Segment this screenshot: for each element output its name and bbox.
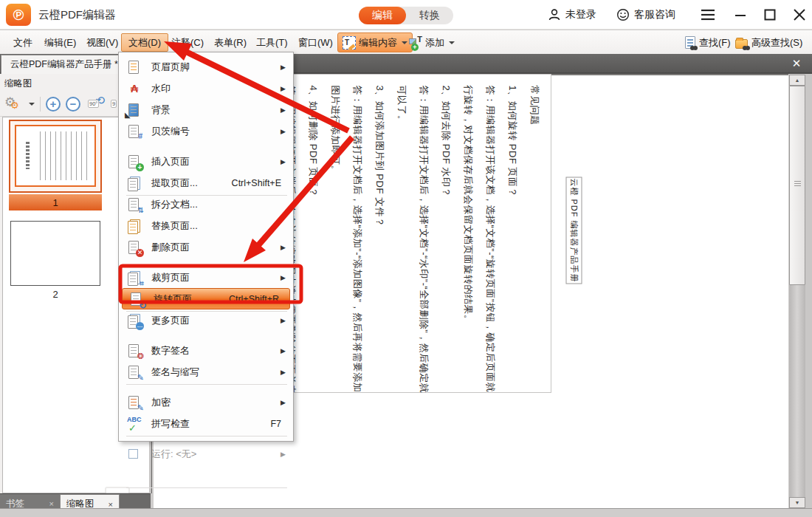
extract-pages-icon — [128, 177, 141, 190]
menu-item-bates[interactable]: #贝茨编号▶ — [120, 120, 292, 142]
menu-item-label: 页眉页脚 — [151, 61, 190, 74]
menubar-item[interactable]: 编辑(E) — [37, 33, 83, 52]
maximize-button[interactable] — [757, 4, 782, 25]
menu-item-shortcut: Ctrl+Shift+E — [232, 178, 281, 188]
support-button[interactable]: 客服咨询 — [616, 0, 675, 30]
sign-initials-icon: ✎ — [128, 366, 141, 379]
digital-sign-icon: ❂ — [128, 344, 141, 357]
edit-content-button[interactable]: T 编辑内容 — [337, 32, 413, 52]
menu-item-header-footer[interactable]: 页眉页脚▶ — [120, 56, 292, 78]
document-tab[interactable]: 云橙PDF编辑器产品手册 * — [1, 55, 128, 74]
add-button[interactable]: T+ 添加 — [405, 32, 458, 52]
document-close-icon[interactable]: ✕ — [785, 54, 808, 73]
menu-item-background[interactable]: ◣背景▶ — [120, 99, 292, 120]
advanced-find-button[interactable]: 高级查找(S) — [735, 32, 802, 52]
menu-item-watermark[interactable]: ₳水印▶ — [120, 78, 292, 99]
submenu-arrow-icon: ▶ — [281, 399, 286, 406]
menu-item-crop-pages[interactable]: ⌗裁剪页面▶ — [120, 267, 292, 288]
insert-pages-icon: + — [128, 155, 141, 168]
menubar-item[interactable]: 窗口(W) — [291, 33, 340, 52]
scroll-down-icon[interactable]: ▼ — [789, 497, 805, 508]
menubar-item[interactable]: 表单(R) — [207, 33, 254, 52]
menu-item-shortcut: Ctrl+Shift+R — [229, 294, 279, 304]
panel-title: 缩略图 — [4, 78, 32, 90]
submenu-arrow-icon: ▶ — [281, 158, 286, 165]
page-title-box: 云橙 PDF 编辑器产品手册 — [565, 177, 582, 284]
mode-toggle: 编辑 转换 — [359, 7, 453, 24]
chevron-down-icon[interactable] — [29, 103, 35, 106]
main-menu-icon[interactable] — [695, 4, 720, 25]
menu-item-extract-pages[interactable]: 提取页面...Ctrl+Shift+E — [120, 172, 292, 194]
window-right-frame — [805, 74, 812, 508]
menubar-item[interactable]: 文件 — [6, 33, 40, 52]
menubar-item[interactable]: 视图(V) — [79, 33, 125, 52]
thumbnail-page-1[interactable] — [9, 120, 102, 193]
background-icon: ◣ — [128, 103, 141, 117]
menu-item-split-doc[interactable]: ⇅拆分文档... — [120, 194, 292, 215]
crop-pages-icon: ⌗ — [128, 271, 141, 284]
menu-item-encrypt[interactable]: ✎加密▶ — [120, 391, 292, 413]
close-icon[interactable]: × — [109, 500, 113, 509]
settings-gears-icon[interactable]: ⚙⚙ — [4, 96, 22, 112]
rotate-left-90-icon[interactable]: ⟲90° — [86, 96, 103, 112]
login-button[interactable]: 未登录 — [548, 0, 596, 30]
menu-item-run-box[interactable]: 运行: <无>▶ — [120, 443, 292, 465]
document-text-line: 3、如何添加图片到 PDF 文件？ — [368, 85, 390, 383]
menu-item-more-pages[interactable]: …更多页面▶ — [120, 309, 292, 331]
thumbnail-page-2[interactable] — [10, 221, 100, 286]
submenu-arrow-icon: ▶ — [281, 128, 286, 135]
menu-item-label: 拼写检查 — [151, 417, 190, 431]
scrollbar-grip — [794, 181, 801, 186]
scrollbar-thumb[interactable] — [789, 86, 805, 285]
minimize-button[interactable] — [728, 4, 753, 25]
document-menu-dropdown: 页眉页脚▶₳水印▶◣背景▶#贝茨编号▶+插入页面▶提取页面...Ctrl+Shi… — [118, 52, 294, 442]
close-icon[interactable]: × — [49, 499, 54, 508]
submenu-arrow-icon: ▶ — [281, 85, 286, 92]
rotate-pages-icon: ↻ — [130, 292, 143, 306]
submenu-arrow-icon: ▶ — [281, 369, 286, 376]
menu-bar: 文件编辑(E)视图(V)文档(D)注释(C)表单(R)工具(T)窗口(W) T … — [0, 30, 812, 54]
chevron-down-icon — [449, 41, 455, 44]
menu-item-insert-pages[interactable]: +插入页面▶ — [120, 151, 292, 172]
vertical-scrollbar[interactable]: ▲ ▼ — [789, 75, 805, 508]
menu-item-digital-sign[interactable]: ❂数字签名▶ — [120, 340, 292, 361]
document-text-line: 常见问题 — [523, 85, 545, 383]
find-button[interactable]: 查找(F) — [685, 32, 731, 52]
menu-item-replace-pages[interactable]: 替换页面... — [120, 215, 292, 236]
scroll-up-icon[interactable]: ▲ — [789, 75, 805, 86]
menu-item-label: 运行: <无> — [151, 448, 196, 461]
mode-edit-button[interactable]: 编辑 — [359, 7, 406, 24]
thumb-title-strip — [26, 142, 30, 169]
menubar-item[interactable]: 注释(C) — [164, 33, 211, 52]
spellcheck-icon: ABC✓ — [128, 417, 141, 431]
menu-item-label: 更多页面 — [151, 314, 190, 327]
find-label: 查找(F) — [699, 36, 731, 49]
zoom-in-icon[interactable]: + — [46, 97, 61, 112]
page-title-box-wrap: 云橙 PDF 编辑器产品手册 — [565, 177, 582, 284]
watermark-icon: ₳ — [128, 82, 141, 95]
menubar-item[interactable]: 文档(D) — [121, 33, 168, 52]
document-text-line: 答：用编辑器打开文档后，选择“文档”-“水印”-“全部删除”，然后确定就 — [412, 85, 434, 383]
thumb-text-stripes — [40, 131, 89, 180]
menu-item-label: 删除页面 — [151, 241, 190, 254]
menu-item-rotate-pages[interactable]: ↻旋转页面...Ctrl+Shift+R — [122, 288, 290, 309]
menubar-item[interactable]: 工具(T) — [249, 33, 295, 52]
edit-content-icon: T — [343, 36, 356, 49]
menu-item-label: 拆分文档... — [151, 198, 198, 211]
zoom-out-icon[interactable]: − — [66, 97, 80, 112]
user-icon — [548, 8, 561, 21]
menu-item-spellcheck[interactable]: ABC✓拼写检查F7 — [120, 413, 292, 434]
menu-item-label: 提取页面... — [151, 177, 198, 190]
find-icon — [685, 36, 695, 49]
menu-item-label: 背景 — [151, 103, 171, 117]
menu-item-label: 裁剪页面 — [151, 271, 190, 284]
menu-item-sign-initials[interactable]: ✎签名与缩写▶ — [120, 361, 292, 383]
document-text-line: 图片进行添加即可。 — [323, 85, 345, 383]
smiley-icon — [616, 8, 630, 21]
menu-separator — [126, 487, 287, 488]
mode-convert-button[interactable]: 转换 — [406, 7, 453, 24]
add-icon: T+ — [409, 36, 422, 49]
close-button[interactable] — [787, 4, 812, 25]
menu-item-delete-pages[interactable]: ✕删除页面▶ — [120, 236, 292, 258]
document-text-line: 可以了。 — [390, 85, 412, 383]
